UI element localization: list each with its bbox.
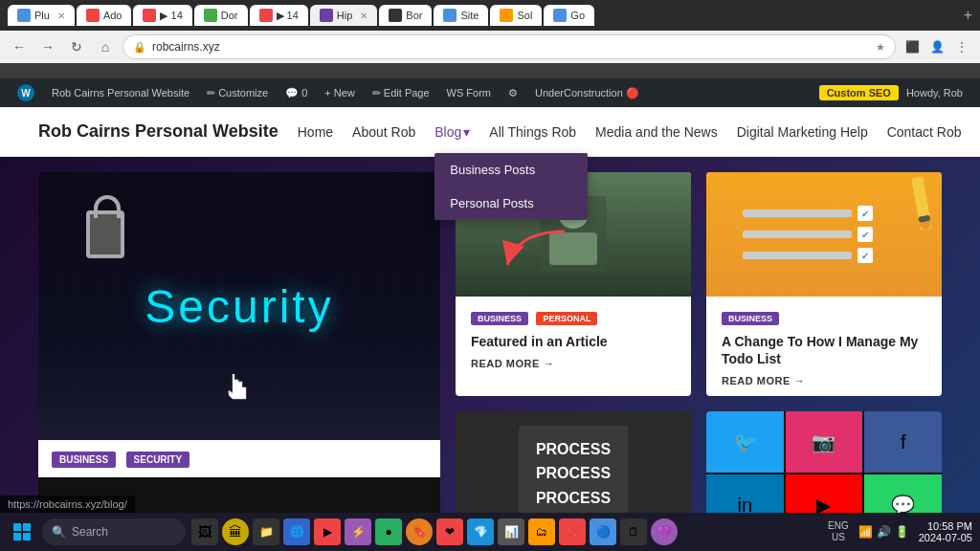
nav-blog[interactable]: Blog ▾ (434, 124, 470, 140)
taskbar-lang: ENGUS (828, 520, 849, 543)
dropdown-personal-posts[interactable]: Personal Posts (434, 187, 588, 220)
wp-site-label: Rob Cairns Personal Website (52, 87, 189, 99)
nav-home[interactable]: Home (298, 124, 333, 140)
browser-tab[interactable]: Bor (379, 5, 432, 26)
new-tab-button[interactable]: + (964, 7, 972, 24)
taskbar-icon-13[interactable]: ❌ (559, 518, 586, 545)
sound-icon: 🔊 (877, 525, 891, 539)
svg-rect-2 (23, 523, 31, 531)
back-button[interactable]: ← (8, 35, 31, 58)
tab-favicon (143, 9, 156, 22)
settings-icon[interactable]: ⋮ (951, 36, 972, 57)
custom-seo-button[interactable]: Custom SEO (819, 85, 899, 100)
browser-tab[interactable]: Site (434, 5, 488, 26)
taskbar-icon-12[interactable]: 🗂 (528, 518, 555, 545)
twitter-cell: 🐦 (706, 411, 784, 473)
blog-dropdown-menu: Business Posts Personal Posts (434, 153, 588, 220)
taskbar-icon-4[interactable]: 🌐 (283, 518, 310, 545)
todo-card-body: BUSINESS A Change To How I Manage My Tod… (706, 297, 942, 396)
browser-tab[interactable]: Go (544, 5, 594, 26)
nav-all-things-rob[interactable]: All Things Rob (489, 124, 576, 140)
wp-customize[interactable]: ✏ Customize (199, 78, 276, 107)
forward-button[interactable]: → (36, 35, 59, 58)
featured-card-image: Security (38, 172, 440, 440)
browser-tab-bar: Plu ✕ Ado ▶ 14 Dor ▶ 14 Hip ✕ (0, 0, 980, 31)
dropdown-business-posts[interactable]: Business Posts (434, 153, 588, 187)
wifi-icon: 📶 (858, 525, 873, 539)
start-button[interactable] (8, 518, 36, 546)
taskbar-icon-9[interactable]: ❤ (436, 518, 463, 545)
taskbar-time: 10:58 PM (919, 520, 972, 532)
taskbar-icon-2[interactable]: 🏛 (222, 518, 249, 545)
article-card-title: Featured in an Article (471, 333, 676, 350)
browser-tab[interactable]: ▶ 14 (250, 5, 308, 26)
site-nav: Home About Rob Blog ▾ Business Posts Per… (298, 124, 962, 140)
svg-rect-3 (13, 533, 21, 540)
todo-tag-row: BUSINESS (722, 308, 926, 325)
nav-about-rob[interactable]: About Rob (352, 124, 415, 140)
taskbar-icon-7[interactable]: ● (375, 518, 402, 545)
browser-tab[interactable]: Ado (77, 5, 132, 26)
taskbar-icon-16[interactable]: 💜 (651, 518, 678, 545)
search-placeholder: Search (72, 525, 108, 539)
taskbar-icon-5[interactable]: ▶ (314, 518, 341, 545)
taskbar-icon-11[interactable]: 📊 (498, 518, 524, 545)
taskbar-icon-6[interactable]: ⚡ (345, 518, 371, 545)
wp-site-name[interactable]: Rob Cairns Personal Website (44, 78, 197, 107)
todo-read-more[interactable]: READ MORE → (722, 375, 926, 386)
svg-rect-1 (13, 523, 21, 531)
taskbar-icon-14[interactable]: 🔵 (590, 518, 616, 545)
tag-business-sm-2: BUSINESS (722, 312, 779, 325)
taskbar-icon-15[interactable]: 🗒 (620, 518, 647, 545)
wp-comments[interactable]: 💬 0 (278, 78, 315, 107)
wp-admin-right: Custom SEO Howdy, Rob (819, 78, 970, 107)
wp-logo: W (17, 84, 34, 101)
browser-toolbar-icons: ⬛ 👤 ⋮ (902, 36, 972, 57)
wp-howdy[interactable]: Howdy, Rob (899, 78, 970, 107)
wp-settings[interactable]: ⚙ (501, 78, 525, 107)
browser-tab[interactable]: ▶ 14 (133, 5, 191, 26)
refresh-button[interactable]: ↻ (65, 35, 88, 58)
taskbar-search[interactable]: 🔍 Search (42, 518, 186, 545)
browser-tabs: Plu ✕ Ado ▶ 14 Dor ▶ 14 Hip ✕ (8, 5, 956, 26)
todo-card-image: ✔ ✔ ✔ (706, 172, 942, 297)
system-tray: 📶 🔊 🔋 (858, 525, 909, 539)
taskbar-icon-10[interactable]: 💎 (467, 518, 494, 545)
nav-contact-rob[interactable]: Contact Rob (887, 124, 962, 140)
address-bar[interactable]: 🔒 robcairns.xyz ★ (122, 34, 896, 59)
wp-edit-page[interactable]: ✏ Edit Page (365, 78, 437, 107)
browser-tab[interactable]: Dor (194, 5, 248, 26)
cursor-icon (225, 374, 254, 416)
home-button[interactable]: ⌂ (94, 35, 117, 58)
wp-new[interactable]: + New (317, 78, 363, 107)
nav-media-news[interactable]: Media and the News (595, 124, 718, 140)
profile-icon[interactable]: 👤 (926, 36, 947, 57)
search-icon: 🔍 (52, 525, 66, 539)
taskbar-icon-1[interactable]: 🖼 (191, 518, 218, 545)
taskbar-icon-8[interactable]: 🔖 (406, 518, 433, 545)
wp-ws-form[interactable]: WS Form (439, 78, 499, 107)
wp-logo-item[interactable]: W (10, 78, 42, 107)
tag-personal-sm: PERSONAL (536, 312, 597, 325)
taskbar-icon-3[interactable]: 📁 (253, 518, 279, 545)
tab-favicon (500, 9, 513, 22)
extensions-icon[interactable]: ⬛ (902, 36, 923, 57)
read-more-arrow-icon-2: → (794, 375, 806, 386)
facebook-cell: f (864, 411, 942, 473)
nav-digital-marketing[interactable]: Digital Marketing Help (737, 124, 868, 140)
browser-tab[interactable]: Sol (490, 5, 542, 26)
read-more-arrow-icon: → (544, 358, 555, 369)
browser-tab-active[interactable]: Hip ✕ (310, 5, 378, 26)
tab-favicon (320, 9, 333, 22)
article-tag-row: BUSINESS PERSONAL (471, 308, 676, 325)
todo-card: ✔ ✔ ✔ BUSINESS A Change To How I Man (706, 172, 942, 396)
tab-favicon (553, 9, 567, 22)
site-title: Rob Cairns Personal Website (38, 121, 278, 142)
tab-favicon (443, 9, 457, 22)
article-read-more[interactable]: READ MORE → (471, 358, 676, 369)
under-construction-badge[interactable]: UnderConstruction 🔴 (527, 78, 647, 107)
wp-admin-bar: W Rob Cairns Personal Website ✏ Customiz… (0, 78, 980, 107)
browser-tab[interactable]: Plu ✕ (8, 5, 75, 26)
svg-rect-4 (23, 533, 31, 540)
battery-icon: 🔋 (895, 525, 909, 539)
